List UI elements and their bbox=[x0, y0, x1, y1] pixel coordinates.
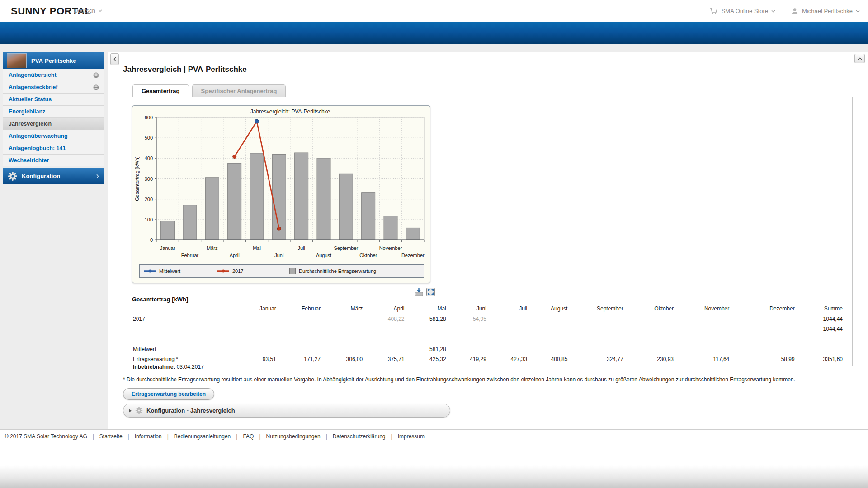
table-cell: 1044,44 bbox=[796, 325, 844, 334]
table-cell bbox=[234, 325, 277, 334]
divider bbox=[783, 6, 783, 16]
point-mittelwert bbox=[255, 119, 259, 123]
svg-text:Gesamtertrag [kWh]: Gesamtertrag [kWh] bbox=[134, 156, 140, 201]
sidebar-item-label: Aktueller Status bbox=[9, 96, 99, 103]
column-header: Juni bbox=[447, 304, 487, 314]
config-panel-toggle[interactable]: Konfiguration - Jahresvergleich bbox=[123, 404, 450, 418]
legend-label: Mittelwert bbox=[159, 268, 180, 274]
svg-text:September: September bbox=[334, 245, 358, 251]
footer-link[interactable]: Datenschutzerklärung bbox=[333, 433, 386, 440]
tab-bar: Gesamtertrag Spezifischer Anlagenertrag bbox=[132, 84, 286, 97]
svg-text:Juni: Juni bbox=[274, 253, 283, 258]
tab-spezifischer-anlagenertrag[interactable]: Spezifischer Anlagenertrag bbox=[192, 84, 286, 97]
user-menu[interactable]: Michael Perlitschke bbox=[791, 7, 860, 15]
svg-text:500: 500 bbox=[145, 135, 153, 141]
footer-link[interactable]: Nutzungsbedingungen bbox=[266, 433, 321, 440]
table-cell bbox=[730, 314, 795, 325]
edit-yield-expectation-button[interactable]: Ertragserwartung bearbeiten bbox=[123, 388, 214, 400]
column-header: Januar bbox=[234, 304, 277, 314]
bar-Oktober bbox=[362, 193, 375, 240]
table-cell bbox=[234, 340, 277, 354]
expand-arrow-icon bbox=[129, 409, 132, 413]
footer-link[interactable]: Bedienungsanleitungen bbox=[174, 433, 231, 440]
row-label: Mittelwert bbox=[132, 340, 234, 354]
bar-Februar bbox=[183, 205, 197, 240]
table-cell bbox=[321, 314, 363, 325]
sidebar-item-label: Anlagenüberwachung bbox=[9, 133, 99, 139]
legend-item: Durchschnittliche Ertragserwartung bbox=[289, 265, 376, 277]
table-cell bbox=[796, 340, 844, 354]
table-cell bbox=[528, 340, 568, 354]
table-cell bbox=[675, 340, 730, 354]
table-cell: 1044,44 bbox=[796, 314, 844, 325]
table-row: 2017408,22581,2854,951044,44 bbox=[132, 314, 844, 325]
table-cell bbox=[568, 340, 624, 354]
sma-online-store-menu[interactable]: SMA Online Store bbox=[709, 7, 775, 15]
table-cell: 58,99 bbox=[730, 354, 795, 372]
footer-link[interactable]: Startseite bbox=[99, 433, 123, 440]
column-header: März bbox=[321, 304, 363, 314]
content-panel: Jahresvergleich | PVA-Perlitschke Gesamt… bbox=[108, 52, 868, 429]
table-cell: 306,00 bbox=[321, 354, 363, 372]
table-cell bbox=[568, 325, 624, 334]
chevron-left-icon bbox=[113, 57, 116, 61]
scroll-up-button[interactable] bbox=[854, 54, 865, 63]
column-header: Summe bbox=[796, 304, 844, 314]
table-row bbox=[132, 334, 844, 340]
row-label: Ertragserwartung *Inbetriebnahme: 03.04.… bbox=[132, 354, 234, 372]
table-cell: 93,51 bbox=[234, 354, 277, 372]
table-cell bbox=[277, 340, 321, 354]
sidebar-item-label: Jahresvergleich bbox=[9, 121, 99, 127]
table-cell: 419,29 bbox=[447, 354, 487, 372]
svg-text:Februar: Februar bbox=[181, 253, 199, 258]
table-cell bbox=[321, 325, 363, 334]
collapse-sidebar-button[interactable] bbox=[110, 53, 119, 65]
table-cell bbox=[624, 314, 675, 325]
sidebar-item-aktueller-status[interactable]: Aktueller Status bbox=[3, 93, 104, 105]
column-header: Juli bbox=[487, 304, 528, 314]
bottom-fade bbox=[0, 465, 868, 488]
bar-März bbox=[205, 178, 219, 240]
sidebar-item-label: Wechselrichter bbox=[9, 157, 99, 164]
legend-item: 2017 bbox=[217, 265, 243, 277]
table-cell bbox=[624, 325, 675, 334]
sidebar-item-jahresvergleich[interactable]: Jahresvergleich bbox=[3, 117, 104, 130]
column-header: November bbox=[675, 304, 730, 314]
sidebar-item-anlagenuebersicht[interactable]: Anlagenübersicht bbox=[3, 69, 104, 81]
table-cell bbox=[528, 325, 568, 334]
legend-bar-swatch bbox=[289, 268, 296, 274]
sidebar-item-konfiguration[interactable]: Konfiguration bbox=[3, 168, 104, 184]
table-cell bbox=[624, 340, 675, 354]
tab-gesamtertrag[interactable]: Gesamtertrag bbox=[132, 84, 189, 97]
table-cell: 400,85 bbox=[528, 354, 568, 372]
column-header: April bbox=[363, 304, 405, 314]
chevron-down-icon bbox=[98, 9, 102, 12]
language-dropdown[interactable]: Deutsch bbox=[74, 7, 102, 14]
table-cell: 3351,60 bbox=[796, 354, 844, 372]
plant-thumbnail bbox=[7, 53, 27, 68]
bar-September bbox=[339, 174, 353, 240]
chevron-right-icon bbox=[96, 174, 99, 178]
chevron-down-icon bbox=[771, 10, 775, 13]
sidebar-item-wechselrichter[interactable]: Wechselrichter bbox=[3, 154, 104, 166]
table-cell bbox=[277, 314, 321, 325]
bar-Juli bbox=[295, 153, 308, 240]
footer-link[interactable]: Impressum bbox=[398, 433, 425, 440]
footer-link[interactable]: FAQ bbox=[243, 433, 254, 440]
svg-text:Oktober: Oktober bbox=[359, 253, 377, 258]
svg-text:600: 600 bbox=[145, 115, 153, 120]
sidebar-item-anlagenlogbuch[interactable]: Anlagenlogbuch: 141 bbox=[3, 142, 104, 154]
user-name-label: Michael Perlitschke bbox=[802, 8, 853, 14]
sidebar-item-anlagensteckbrief[interactable]: Anlagensteckbrief bbox=[3, 81, 104, 93]
footer-link[interactable]: Information bbox=[135, 433, 162, 440]
footer-separator: | bbox=[167, 433, 169, 440]
footer-separator: | bbox=[259, 433, 260, 440]
sidebar-plant-header[interactable]: PVA-Perlitschke bbox=[3, 52, 104, 69]
export-chart-icon[interactable] bbox=[415, 288, 423, 296]
sidebar-item-energiebilanz[interactable]: Energiebilanz bbox=[3, 105, 104, 117]
row-label bbox=[132, 325, 234, 334]
sidebar-item-anlagenueberwachung[interactable]: Anlagenüberwachung bbox=[3, 130, 104, 142]
fullscreen-chart-icon[interactable] bbox=[426, 288, 435, 296]
footer-separator: | bbox=[391, 433, 392, 440]
banner-bar bbox=[0, 22, 868, 44]
